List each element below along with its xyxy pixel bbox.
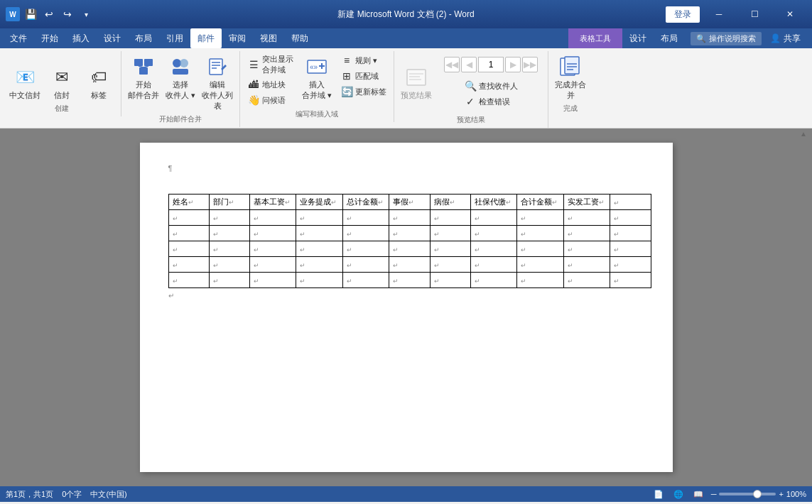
page-info: 第1页，共1页: [6, 489, 53, 500]
nav-first-btn[interactable]: ◀◀: [444, 57, 460, 72]
svg-rect-22: [565, 57, 579, 74]
maximize-button[interactable]: ☐: [738, 4, 771, 25]
col-extra: ↵: [610, 195, 651, 210]
zoom-slider[interactable]: [719, 493, 776, 495]
btn-highlight-merge[interactable]: ☰ 突出显示合并域: [244, 53, 296, 77]
quick-access-more[interactable]: ▾: [78, 6, 94, 22]
btn-update-labels[interactable]: 🔄 更新标签: [337, 84, 389, 99]
login-button[interactable]: 登录: [666, 6, 700, 23]
svg-line-3: [139, 66, 144, 67]
btn-chinese-envelope[interactable]: 📧 中文信封: [7, 53, 43, 102]
menu-table-design[interactable]: 设计: [622, 28, 654, 48]
cell: ↵: [563, 273, 610, 288]
nav-last-btn[interactable]: ▶▶: [522, 57, 538, 72]
nav-row: ◀◀ ◀ ▶ ▶▶: [444, 57, 538, 72]
btn-insert-field[interactable]: «» 插入合并域 ▾: [299, 53, 335, 102]
svg-rect-1: [144, 59, 153, 66]
col-total: 总计金额↵: [342, 195, 389, 210]
menu-design[interactable]: 设计: [97, 28, 128, 48]
btn-preview-results: 预览结果: [399, 53, 434, 102]
view-web-btn[interactable]: 🌐: [671, 488, 686, 500]
view-read-btn[interactable]: 📖: [691, 488, 705, 500]
search-box[interactable]: 🔍 操作说明搜索: [691, 32, 762, 45]
cell: ↵: [563, 257, 610, 273]
close-button[interactable]: ✕: [774, 4, 806, 25]
insert-field-icon: «»: [305, 55, 328, 78]
write-col1: ☰ 突出显示合并域 🏙 地址块 👋 问候语: [244, 53, 296, 108]
menu-layout[interactable]: 布局: [128, 28, 159, 48]
table-row: ↵ ↵ ↵ ↵ ↵ ↵ ↵ ↵ ↵ ↵ ↵: [168, 226, 651, 241]
view-print-btn[interactable]: 📄: [651, 488, 666, 500]
btn-greeting[interactable]: 👋 问候语: [244, 92, 296, 108]
edit-recipients-icon: [206, 55, 229, 78]
nav-next-btn[interactable]: ▶: [505, 57, 521, 72]
menu-mailings[interactable]: 邮件: [190, 28, 222, 48]
btn-check-errors[interactable]: ✓ 检查错误: [461, 94, 521, 109]
btn-label[interactable]: 🏷 标签: [81, 53, 117, 102]
btn-address-block[interactable]: 🏙 地址块: [244, 77, 296, 92]
group-preview: 预览结果 ◀◀ ◀ ▶ ▶▶ 🔍 查找收件人: [394, 51, 548, 128]
envelope-icon: ✉: [50, 66, 73, 89]
group-preview-content: 预览结果 ◀◀ ◀ ▶ ▶▶ 🔍 查找收件人: [399, 53, 543, 114]
cell: ↵: [610, 257, 651, 273]
zoom-plus-btn[interactable]: +: [779, 490, 783, 498]
cell: ↵: [168, 226, 209, 241]
menu-table-layout[interactable]: 布局: [654, 28, 685, 48]
cell: ↵: [610, 226, 651, 241]
table-row: ↵ ↵ ↵ ↵ ↵ ↵ ↵ ↵ ↵ ↵ ↵: [168, 210, 651, 226]
btn-match-fields[interactable]: ⊞ 匹配域: [337, 68, 389, 84]
table-tools-label: 表格工具: [568, 28, 622, 48]
menu-insert[interactable]: 插入: [65, 28, 97, 48]
cell: ↵: [517, 241, 564, 257]
btn-select-recipients-label: 选择收件人 ▾: [166, 80, 195, 101]
label-icon: 🏷: [87, 66, 110, 89]
ribbon: 📧 中文信封 ✉ 信封 🏷 标签 创建: [0, 48, 812, 128]
menu-references[interactable]: 引用: [159, 28, 190, 48]
minimize-button[interactable]: ─: [703, 4, 735, 25]
cell: ↵: [209, 226, 249, 241]
table-row: ↵ ↵ ↵ ↵ ↵ ↵ ↵ ↵ ↵ ↵ ↵: [168, 273, 651, 288]
ribbon-collapse-btn[interactable]: ▲: [798, 128, 809, 139]
cell: ↵: [209, 241, 249, 257]
ribbon-groups: 📧 中文信封 ✉ 信封 🏷 标签 创建: [3, 51, 809, 128]
svg-rect-0: [134, 59, 143, 66]
nav-prev-btn[interactable]: ◀: [461, 57, 477, 72]
menu-review[interactable]: 审阅: [222, 28, 253, 48]
btn-find-recipient[interactable]: 🔍 查找收件人: [461, 78, 521, 94]
cell: ↵: [342, 273, 389, 288]
btn-envelope[interactable]: ✉ 信封: [44, 53, 80, 102]
cell: ↵: [430, 273, 470, 288]
btn-start-merge[interactable]: 开始邮件合并: [126, 53, 161, 102]
cell: ↵: [168, 210, 209, 226]
cell: ↵: [249, 257, 296, 273]
btn-select-recipients[interactable]: 选择收件人 ▾: [163, 53, 198, 102]
menu-file[interactable]: 文件: [3, 28, 34, 48]
group-finish: 完成并合并 完成: [548, 51, 592, 116]
btn-finish-merge[interactable]: 完成并合并: [553, 53, 588, 102]
btn-insert-field-label: 插入合并域 ▾: [302, 80, 332, 101]
language: 中文(中国): [90, 489, 126, 500]
redo-btn[interactable]: ↪: [60, 6, 75, 22]
save-quick-btn[interactable]: 💾: [23, 6, 38, 22]
cell: ↵: [342, 241, 389, 257]
preview-col: 🔍 查找收件人 ✓ 检查错误: [461, 78, 521, 109]
svg-point-6: [180, 59, 188, 67]
btn-rules[interactable]: ≡ 规则 ▾: [337, 53, 389, 68]
title-bar-right: 登录 ─ ☐ ✕: [666, 4, 806, 25]
menu-view[interactable]: 视图: [253, 28, 284, 48]
undo-btn[interactable]: ↩: [41, 6, 57, 22]
menu-home[interactable]: 开始: [34, 28, 65, 48]
highlight-icon: ☰: [247, 58, 260, 71]
cell: ↵: [610, 273, 651, 288]
zoom-control: ─ + 100%: [711, 490, 806, 498]
menu-help[interactable]: 帮助: [284, 28, 315, 48]
btn-label-label: 标签: [91, 90, 107, 101]
btn-edit-recipients[interactable]: 编辑收件人列表: [200, 53, 235, 113]
select-recipients-icon: [169, 55, 192, 78]
nav-page-input[interactable]: [478, 57, 504, 72]
group-finish-content: 完成并合并: [553, 53, 588, 102]
group-write-insert-content: ☰ 突出显示合并域 🏙 地址块 👋 问候语: [244, 53, 389, 108]
svg-rect-2: [139, 67, 148, 75]
zoom-minus-btn[interactable]: ─: [711, 490, 717, 498]
share-button[interactable]: 👤 共享: [764, 31, 806, 46]
